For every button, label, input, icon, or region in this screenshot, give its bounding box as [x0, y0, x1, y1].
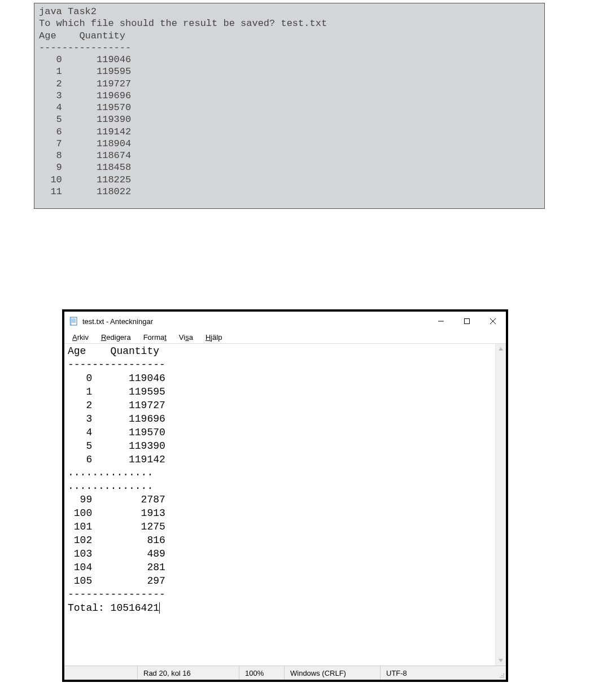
menu-redigera[interactable]: Redigera	[97, 333, 136, 342]
editor-content[interactable]: Age Quantity ---------------- 0 119046 1…	[64, 344, 495, 666]
status-line-ending: Windows (CRLF)	[285, 666, 381, 680]
svg-point-12	[503, 675, 504, 676]
menu-format[interactable]: Format	[139, 333, 171, 342]
status-zoom: 100%	[239, 666, 285, 680]
menu-arkiv[interactable]: Arkiv	[68, 333, 93, 342]
svg-rect-7	[465, 319, 470, 324]
window-title: test.txt - Anteckningar	[82, 317, 153, 326]
scroll-up-icon[interactable]	[496, 344, 506, 354]
status-empty	[64, 666, 138, 680]
svg-point-15	[503, 673, 504, 675]
status-cursor-position: Rad 20, kol 16	[138, 666, 239, 680]
svg-rect-5	[70, 317, 71, 325]
svg-point-11	[501, 677, 502, 678]
notepad-window: test.txt - Anteckningar Arkiv Redigera F…	[62, 309, 508, 682]
maximize-button[interactable]	[454, 313, 480, 330]
resize-grip-icon[interactable]	[498, 672, 505, 679]
statusbar: Rad 20, kol 16 100% Windows (CRLF) UTF-8	[64, 666, 506, 680]
svg-point-14	[501, 675, 502, 676]
status-encoding: UTF-8	[381, 666, 506, 680]
close-button[interactable]	[480, 313, 506, 330]
minimize-button[interactable]	[428, 313, 454, 330]
vertical-scrollbar[interactable]	[495, 344, 506, 666]
console-output: java Task2 To which file should the resu…	[34, 3, 545, 209]
svg-point-13	[500, 677, 501, 678]
menu-visa[interactable]: Visa	[174, 333, 198, 342]
editor-area: Age Quantity ---------------- 0 119046 1…	[64, 343, 506, 666]
notepad-icon	[69, 316, 79, 326]
scroll-down-icon[interactable]	[496, 655, 506, 666]
menubar: Arkiv Redigera Format Visa Hjälp	[64, 331, 506, 343]
text-cursor	[159, 602, 160, 614]
titlebar[interactable]: test.txt - Anteckningar	[64, 312, 506, 331]
menu-hjalp[interactable]: Hjälp	[201, 333, 227, 342]
svg-point-10	[503, 677, 504, 678]
